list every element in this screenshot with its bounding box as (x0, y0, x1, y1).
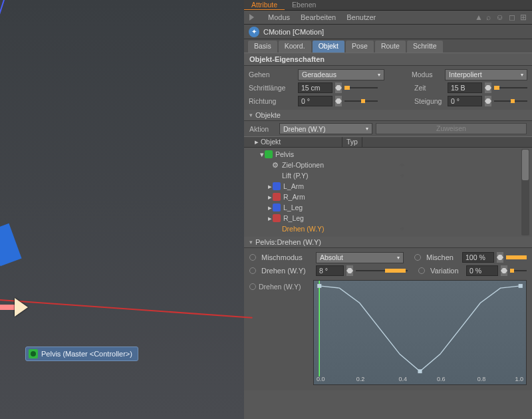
input-variation[interactable] (466, 265, 498, 276)
object-title: CMotion [CMotion] (263, 28, 324, 36)
svg-rect-2 (519, 284, 523, 288)
slider-zeit[interactable] (494, 82, 527, 93)
menu-bearbeiten[interactable]: Bearbeiten (301, 13, 336, 21)
slider-variation[interactable] (510, 265, 527, 276)
tab-ebenen[interactable]: Ebenen (285, 0, 323, 10)
character-icon (29, 349, 38, 358)
tree-header: ▸ Objekt Typ (244, 136, 532, 148)
tree-row: Drehen (W.Y)✦ (244, 223, 532, 234)
menu-benutzer[interactable]: Benutzer (346, 13, 376, 21)
label-variation: Variation (430, 267, 464, 275)
xtick: 0.6 (437, 376, 446, 382)
input-zeit[interactable] (448, 82, 482, 93)
tab-schritte[interactable]: Schritte (407, 41, 443, 53)
xtick: 0.4 (399, 376, 408, 382)
section-objekte[interactable]: Objekte (244, 110, 532, 121)
panel-tabs: Attribute Ebenen (244, 0, 532, 11)
tree-row: ▸ R_Arm (244, 192, 532, 202)
axis-arrow-icon (0, 298, 32, 317)
section-objekt-eigenschaften: Objekt-Eigenschaften (244, 53, 532, 66)
object-tooltip: Pelvis (Master <Controller>) (25, 347, 138, 361)
xtick: 0.0 (317, 376, 325, 382)
tab-attribute[interactable]: Attribute (244, 0, 285, 10)
spinner-schrittlaenge[interactable] (335, 82, 342, 93)
search-icon[interactable]: ⌕ (486, 13, 494, 22)
slider-mischen[interactable] (506, 252, 527, 263)
input-schrittlaenge[interactable] (298, 82, 332, 93)
object-mesh (0, 223, 22, 266)
svg-rect-1 (317, 284, 321, 288)
attribute-panel: Attribute Ebenen Modus Bearbeiten Benutz… (244, 0, 532, 419)
input-drehen[interactable] (316, 265, 344, 276)
label-modus: Modus (412, 70, 442, 78)
attribute-tabs: Basis Koord. Objekt Pose Route Schritte (244, 39, 532, 53)
dropdown-modus[interactable]: Interpoliert (445, 69, 527, 80)
input-steigung[interactable] (448, 96, 482, 106)
axis-x (0, 297, 253, 318)
radio-curve[interactable] (249, 283, 256, 290)
label-mischen: Mischen (426, 253, 460, 261)
spinner-zeit[interactable] (485, 82, 491, 93)
label-richtung: Richtung (249, 97, 295, 105)
label-curve: Drehen (W.Y) (259, 283, 301, 291)
radio-mischmodus[interactable] (249, 254, 256, 261)
new-icon[interactable]: ◻ (509, 13, 517, 22)
dropdown-mischmodus[interactable]: Absolut (316, 252, 404, 263)
xtick: 0.8 (477, 376, 486, 382)
radio-drehen[interactable] (249, 267, 256, 274)
tree-row: ▸ L_Leg (244, 202, 532, 213)
tree-row: ▾ Pelvis (244, 149, 532, 160)
menubar: Modus Bearbeiten Benutzer ▲ ⌕ ⎉ ◻ ⊞ (244, 11, 532, 25)
svg-rect-3 (418, 369, 422, 373)
viewport[interactable]: Pelvis (Master <Controller>) (0, 0, 244, 419)
grid-icon[interactable]: ⊞ (520, 13, 528, 22)
label-zeit: Zeit (414, 84, 445, 92)
tree-row: ⚙Ziel-Optionen✦ (244, 160, 532, 170)
label-aktion: Aktion (249, 125, 276, 133)
label-drehen: Drehen (W.Y) (261, 267, 313, 275)
tree-row: ▸ L_Arm (244, 181, 532, 192)
spinner-mischen[interactable] (497, 252, 503, 263)
dropdown-aktion[interactable]: Drehen (W.Y) (279, 123, 372, 134)
label-mischmodus: Mischmodus (261, 253, 313, 261)
lock-icon[interactable]: ⎉ (497, 13, 505, 22)
spinner-steigung[interactable] (485, 96, 491, 106)
slider-richtung[interactable] (344, 96, 378, 106)
slider-steigung[interactable] (494, 96, 527, 106)
tree-scrollbar[interactable] (521, 149, 529, 235)
tab-route[interactable]: Route (375, 41, 406, 53)
tab-basis[interactable]: Basis (248, 41, 277, 53)
xtick: 0.2 (356, 376, 365, 382)
fcurve-graph[interactable]: 0.0 0.2 0.4 0.6 0.8 1.0 (313, 280, 527, 385)
tree-row: ▸ R_Leg (244, 213, 532, 223)
nav-up-icon[interactable]: ▲ (475, 13, 483, 22)
object-tree[interactable]: ▾ Pelvis ⚙Ziel-Optionen✦ Lift (P.Y)✦ ▸ L… (244, 148, 532, 237)
spinner-variation[interactable] (501, 265, 507, 276)
slider-drehen[interactable] (356, 265, 408, 276)
slider-schrittlaenge[interactable] (344, 82, 378, 93)
tree-row: Lift (P.Y)✦ (244, 170, 532, 181)
label-steigung: Steigung (414, 97, 445, 105)
menu-modus[interactable]: Modus (268, 13, 290, 21)
history-icon[interactable] (249, 14, 257, 21)
btn-zuweisen[interactable]: Zuweisen (376, 123, 527, 134)
label-gehen: Gehen (249, 70, 295, 78)
tab-koord[interactable]: Koord. (279, 41, 311, 53)
spinner-drehen[interactable] (346, 265, 353, 276)
radio-mischen[interactable] (414, 254, 421, 261)
xtick: 1.0 (515, 376, 523, 382)
spinner-richtung[interactable] (335, 96, 342, 106)
radio-variation[interactable] (418, 267, 425, 274)
tooltip-label: Pelvis (Master <Controller>) (41, 350, 132, 358)
label-schrittlaenge: Schrittlänge (249, 84, 295, 92)
dropdown-gehen[interactable]: Geradeaus (298, 69, 384, 80)
cmotion-icon: ✦ (249, 27, 259, 37)
object-header: ✦ CMotion [CMotion] (244, 25, 532, 39)
input-mischen[interactable] (462, 252, 494, 263)
section-pelvis-drehen[interactable]: Pelvis:Drehen (W.Y) (244, 237, 532, 248)
input-richtung[interactable] (298, 96, 332, 106)
tab-pose[interactable]: Pose (346, 41, 374, 53)
tab-objekt[interactable]: Objekt (313, 41, 344, 53)
